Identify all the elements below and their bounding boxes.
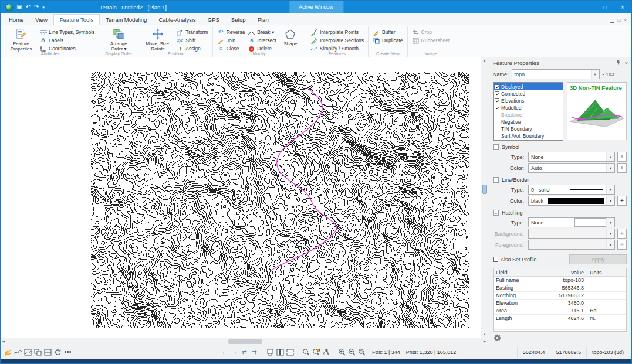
rubbersheet-button[interactable]: Rubbersheet bbox=[412, 37, 450, 44]
line-color-combobox[interactable]: black ▼ bbox=[528, 196, 615, 206]
map-canvas[interactable] bbox=[91, 72, 469, 328]
horizontal-scroll-thumb[interactable] bbox=[228, 339, 262, 344]
redo-icon[interactable]: ↷ bbox=[34, 4, 39, 10]
hatch-type-combo-arrow-icon[interactable]: ▼ bbox=[606, 218, 614, 227]
scroll-down-icon[interactable]: ▼ bbox=[483, 331, 486, 338]
shift-button[interactable]: xyz Shift bbox=[176, 37, 208, 44]
flag-tin-boundary[interactable]: TIN Boundary bbox=[494, 125, 563, 132]
intersect-button[interactable]: × Intersect bbox=[248, 37, 276, 44]
panel-close-icon[interactable]: × bbox=[624, 60, 628, 66]
polyline-tool-icon[interactable] bbox=[13, 347, 23, 358]
symbol-color-add-button[interactable]: + bbox=[617, 163, 627, 173]
symbol-color-combo-arrow-icon[interactable]: ▼ bbox=[606, 164, 614, 172]
print-preview-icon[interactable] bbox=[265, 347, 275, 358]
tile-vertical-icon[interactable] bbox=[275, 347, 285, 358]
tab-home[interactable]: Home bbox=[3, 15, 29, 25]
tile-horizontal-icon[interactable] bbox=[285, 347, 295, 358]
flag-breakline[interactable]: Breakline bbox=[494, 111, 563, 118]
pan-hand-icon[interactable] bbox=[321, 347, 331, 358]
tab-feature-tools[interactable]: Feature Tools bbox=[53, 14, 100, 25]
zoom-icon[interactable] bbox=[301, 347, 311, 358]
line-color-add-button[interactable]: + bbox=[617, 196, 627, 206]
swap-view-icon[interactable]: ⇄ bbox=[239, 347, 249, 358]
hatch-foreground-add-button[interactable]: + bbox=[617, 240, 627, 250]
arrange-order-button[interactable]: Arrange Order ▾ bbox=[103, 27, 134, 52]
hatch-foreground-combobox[interactable]: ▼ bbox=[528, 240, 615, 250]
also-set-profile-checkbox[interactable] bbox=[493, 257, 498, 262]
apply-button[interactable]: Apply bbox=[569, 254, 627, 264]
flag-negative[interactable]: Negative bbox=[494, 118, 563, 125]
grid-view-icon[interactable] bbox=[43, 347, 53, 358]
join-button[interactable]: Join bbox=[217, 37, 245, 44]
pin-icon[interactable] bbox=[616, 59, 621, 66]
flag-surf-vol-boundary[interactable]: Surf./Vol. Boundary bbox=[494, 132, 563, 140]
tile-windows-icon[interactable] bbox=[33, 347, 43, 358]
flag-breakline-checkbox[interactable] bbox=[495, 113, 499, 117]
scroll-up-icon[interactable]: ▲ bbox=[483, 57, 486, 64]
scroll-right-icon[interactable]: ▶ bbox=[482, 340, 488, 343]
mdi-restore-button[interactable]: □ bbox=[617, 18, 620, 23]
app-logo-icon[interactable] bbox=[5, 4, 13, 11]
flag-displayed-checkbox[interactable] bbox=[495, 84, 499, 89]
vertical-scrollbar[interactable]: ▲ ▼ bbox=[481, 57, 488, 338]
line-color-combo-arrow-icon[interactable]: ▼ bbox=[606, 196, 614, 205]
feature-properties-button[interactable]: Feature Properties bbox=[6, 27, 36, 52]
plan-view[interactable] bbox=[1, 57, 481, 338]
horizontal-scrollbar[interactable]: ◀ ▶ bbox=[1, 338, 488, 345]
snap-spark-icon[interactable] bbox=[3, 347, 13, 358]
labels-button[interactable]: A Labels bbox=[39, 37, 94, 44]
follow-view-icon[interactable]: ⇉ bbox=[249, 347, 259, 358]
flag-tin-boundary-checkbox[interactable] bbox=[495, 127, 499, 131]
undo-icon[interactable]: ↶ bbox=[25, 4, 30, 10]
hatch-background-combo-arrow-icon[interactable]: ▼ bbox=[606, 229, 614, 238]
flag-elevations[interactable]: Elevations bbox=[494, 97, 563, 104]
flag-negative-checkbox[interactable] bbox=[495, 120, 499, 124]
vertical-scroll-thumb[interactable] bbox=[482, 185, 487, 194]
mdi-close-button[interactable]: × bbox=[624, 18, 627, 23]
next-view-icon[interactable]: → bbox=[229, 347, 239, 358]
break-button[interactable]: Break ▾ bbox=[248, 29, 276, 36]
save-icon[interactable]: ▣ bbox=[16, 4, 22, 10]
move-size-rotate-button[interactable]: Move, Size, Rotate bbox=[143, 27, 173, 52]
name-combobox[interactable]: topo ▼ bbox=[512, 69, 600, 79]
shape-button[interactable]: Shape bbox=[279, 27, 302, 46]
buffer-button[interactable]: Buffer bbox=[373, 29, 403, 36]
crop-button[interactable]: Crop bbox=[412, 29, 450, 36]
mdi-minimize-button[interactable]: ▁ bbox=[610, 18, 614, 23]
tab-terrain-modeling[interactable]: Terrain Modeling bbox=[100, 15, 153, 25]
hatching-collapse-button[interactable]: – bbox=[493, 210, 499, 216]
tab-gps[interactable]: GPS bbox=[202, 15, 225, 25]
symbol-type-combobox[interactable]: None ▼ bbox=[528, 152, 615, 162]
line-type-combo-arrow-icon[interactable]: ▼ bbox=[606, 185, 614, 194]
flag-displayed[interactable]: Displayed bbox=[494, 83, 563, 90]
tab-setup[interactable]: Setup bbox=[225, 15, 252, 25]
zoom-lock-icon[interactable] bbox=[311, 347, 321, 358]
interpolate-points-button[interactable]: Interpolate Points bbox=[310, 29, 364, 36]
name-combo-arrow-icon[interactable]: ▼ bbox=[591, 70, 599, 79]
flag-connected-checkbox[interactable] bbox=[495, 91, 499, 96]
line-type-combobox[interactable]: 0 - solid ▼ bbox=[528, 185, 615, 195]
hatch-foreground-combo-arrow-icon[interactable]: ▼ bbox=[606, 240, 614, 249]
flag-connected[interactable]: Connected bbox=[494, 90, 563, 97]
symbol-color-combobox[interactable]: Auto ▼ bbox=[528, 163, 615, 173]
flag-surf-vol-boundary-checkbox[interactable] bbox=[495, 134, 499, 138]
transform-button[interactable]: Transform bbox=[176, 29, 208, 36]
symbol-collapse-button[interactable]: – bbox=[493, 144, 499, 150]
scroll-left-icon[interactable]: ◀ bbox=[1, 340, 6, 343]
hatch-background-add-button[interactable]: + bbox=[617, 229, 627, 239]
refresh-views-icon[interactable] bbox=[53, 347, 63, 358]
minimize-button[interactable]: – bbox=[579, 1, 596, 13]
zoom-in-icon[interactable] bbox=[337, 347, 347, 358]
symbol-type-add-button[interactable]: + bbox=[617, 152, 627, 162]
profile-window-icon[interactable] bbox=[23, 347, 33, 358]
symbol-type-combo-arrow-icon[interactable]: ▼ bbox=[606, 152, 614, 161]
tab-plan[interactable]: Plan bbox=[252, 15, 275, 25]
line-border-collapse-button[interactable]: – bbox=[493, 177, 499, 183]
point-cloud-icon[interactable] bbox=[63, 347, 73, 358]
tab-view[interactable]: View bbox=[29, 15, 53, 25]
zoom-out-icon[interactable] bbox=[347, 347, 357, 358]
line-types-symbols-button[interactable]: Line Types, Symbols bbox=[39, 29, 94, 36]
flag-elevations-checkbox[interactable] bbox=[495, 98, 499, 103]
interpolate-sections-button[interactable]: Interpolate Sections bbox=[310, 37, 364, 44]
qat-dropdown-icon[interactable]: ▾ bbox=[42, 5, 45, 9]
